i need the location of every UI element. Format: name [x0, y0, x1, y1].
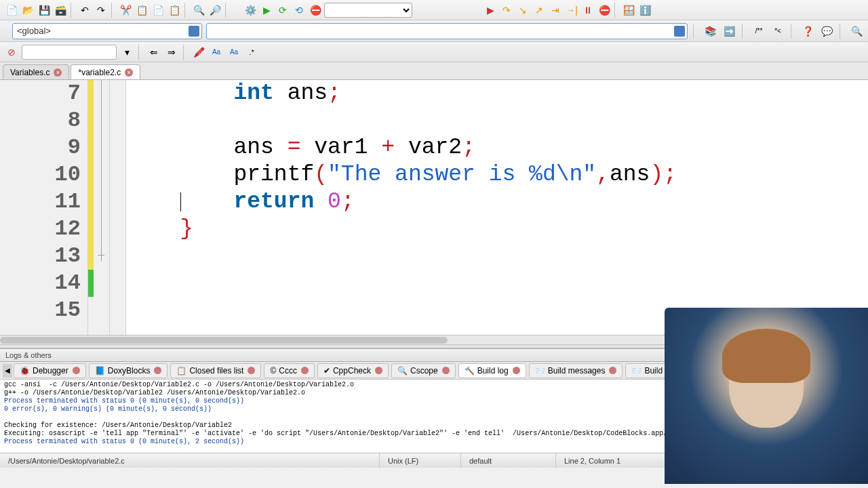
log-tab-label: Debugger [33, 366, 68, 375]
log-tab-label: Closed files list [189, 366, 243, 375]
build-icon[interactable]: ▶ [259, 3, 274, 18]
cut-icon[interactable]: ✂️ [118, 3, 133, 18]
webcam-overlay [665, 308, 868, 484]
step-out-icon[interactable]: ↗ [532, 3, 547, 18]
status-encoding: default [461, 453, 556, 468]
build-settings-icon[interactable]: ⚙️ [243, 3, 258, 18]
log-tab-icon: 📨 [535, 366, 545, 375]
debug-info-icon[interactable]: ℹ️ [637, 3, 652, 18]
log-tab-icon: ✔ [323, 366, 330, 375]
log-tab-label: DoxyBlocks [108, 366, 151, 375]
find-replace-icon[interactable]: 🔎 [208, 3, 222, 18]
code-content[interactable]: int ans; ans = var1 + var2; printf("The … [126, 80, 868, 335]
scope-select[interactable]: <global> [12, 23, 202, 39]
close-icon[interactable]: × [125, 68, 133, 77]
build-run-icon[interactable]: ⟲ [292, 3, 307, 18]
line-number-gutter: 789101112131415 [0, 80, 88, 335]
highlight-icon[interactable]: 🖍️ [191, 45, 206, 60]
log-tab[interactable]: ©Cccc [264, 363, 315, 378]
build-target-select[interactable] [324, 3, 412, 18]
log-tab-label: Cscope [410, 366, 438, 375]
log-tab[interactable]: 📋Closed files list [170, 363, 261, 378]
search-prev-icon[interactable]: ⇐ [146, 45, 161, 60]
context-help-icon[interactable]: 💬 [819, 24, 834, 39]
log-tab-label: Cccc [279, 366, 297, 375]
help-icon[interactable]: ❓ [800, 24, 815, 39]
debug-windows-icon[interactable]: 🪟 [621, 3, 636, 18]
code-editor[interactable]: 789101112131415 int ans; ans = var1 + va… [0, 80, 868, 335]
stop-debug-icon[interactable]: ⛔ [597, 3, 612, 18]
close-icon[interactable] [73, 367, 80, 374]
close-icon[interactable] [513, 367, 520, 374]
log-tab-icon: 🔨 [465, 366, 475, 375]
step-into-icon[interactable]: ↘ [515, 3, 530, 18]
gutter-separator [110, 80, 126, 335]
copy-icon[interactable]: 📋 [134, 3, 149, 18]
new-file-icon[interactable]: 📄 [4, 3, 19, 18]
editor-tab[interactable]: Variables.c× [3, 64, 69, 79]
save-all-icon[interactable]: 🗃️ [53, 3, 68, 18]
paste-icon[interactable]: 📄 [151, 3, 165, 18]
symbol-toolbar: <global> 📚 ➡️ /** *< ❓ 💬 🔍 [0, 20, 868, 42]
log-tab[interactable]: ✔CppCheck [317, 363, 389, 378]
log-tab-icon: 📨 [631, 366, 642, 375]
step-instr-icon[interactable]: ⇥ [548, 3, 563, 18]
editor-tab-bar: Variables.c×*variable2.c× [0, 62, 868, 80]
function-select[interactable] [206, 23, 688, 39]
close-icon[interactable] [248, 367, 255, 374]
jump-fwd-icon[interactable]: ➡️ [722, 24, 736, 39]
close-icon[interactable] [442, 367, 450, 374]
log-tab[interactable]: 🔨Build log [458, 363, 526, 378]
find-icon[interactable]: 🔍 [191, 3, 206, 18]
tab-label: *variable2.c [78, 68, 121, 77]
redo-icon[interactable]: ↷ [94, 3, 108, 18]
paste-special-icon[interactable]: 📋 [167, 3, 182, 18]
jump-back-icon[interactable]: 📚 [703, 24, 717, 39]
undo-icon[interactable]: ↶ [77, 3, 92, 18]
logs-scroll-left-icon[interactable]: ◀ [3, 364, 12, 378]
status-filepath: /Users/Antonie/Desktop/variable2.c [0, 453, 380, 468]
close-icon[interactable] [154, 367, 161, 374]
debug-start-icon[interactable]: ▶ [483, 3, 498, 18]
editor-tab[interactable]: *variable2.c× [71, 64, 140, 79]
close-icon[interactable] [375, 367, 382, 374]
regex-icon[interactable]: .* [244, 45, 259, 60]
search-toolbar: ⊘ ▾ ⇐ ⇒ 🖍️ Aa Aa .* [0, 42, 868, 62]
abort-icon[interactable]: ⛔ [308, 3, 323, 18]
log-tab-icon: 📘 [95, 366, 105, 375]
search-next-icon[interactable]: ⇒ [164, 45, 179, 60]
step-over-icon[interactable]: ↷ [499, 3, 514, 18]
log-tab[interactable]: 🐞Debugger [14, 363, 86, 378]
save-icon[interactable]: 💾 [37, 3, 52, 18]
log-tab-label: CppCheck [333, 366, 371, 375]
log-tab-label: Build log [477, 366, 509, 375]
log-tab[interactable]: 📘DoxyBlocks [89, 363, 168, 378]
main-toolbar: 📄 📂 💾 🗃️ ↶ ↷ ✂️ 📋 📄 📋 🔍 🔎 ⚙️ ▶ ⟳ ⟲ ⛔ ▶ ↷… [0, 0, 868, 20]
log-tab-icon: 🐞 [20, 366, 30, 375]
search-online-icon[interactable]: 🔍 [849, 24, 864, 39]
comment-icon[interactable]: /** [751, 24, 766, 39]
log-tab[interactable]: 📨Build messages [529, 363, 623, 378]
clear-search-icon[interactable]: ⊘ [4, 45, 19, 60]
run-icon[interactable]: ⟳ [275, 3, 290, 18]
breakpoint-icon[interactable]: ⏸ [580, 3, 595, 18]
log-tab-label: Build messages [548, 366, 606, 375]
log-tab-icon: © [270, 366, 276, 375]
scope-value: <global> [17, 26, 51, 36]
close-icon[interactable] [301, 367, 309, 374]
change-marker-gutter [88, 80, 94, 335]
tab-label: Variables.c [10, 68, 50, 77]
log-tab-icon: 📋 [176, 366, 186, 375]
close-icon[interactable] [609, 367, 616, 374]
run-cursor-icon[interactable]: →| [564, 3, 579, 18]
close-icon[interactable]: × [54, 68, 62, 77]
log-tab[interactable]: 🔍Cscope [391, 363, 456, 378]
open-file-icon[interactable]: 📂 [20, 3, 35, 18]
match-case-icon[interactable]: Aa [209, 45, 224, 60]
log-tab-icon: 🔍 [397, 366, 408, 375]
uncomment-icon[interactable]: *< [770, 24, 785, 39]
search-input[interactable] [22, 45, 117, 60]
fold-gutter[interactable] [94, 80, 110, 335]
whole-word-icon[interactable]: Aa [226, 45, 241, 60]
dropdown-icon[interactable]: ▾ [119, 45, 134, 60]
